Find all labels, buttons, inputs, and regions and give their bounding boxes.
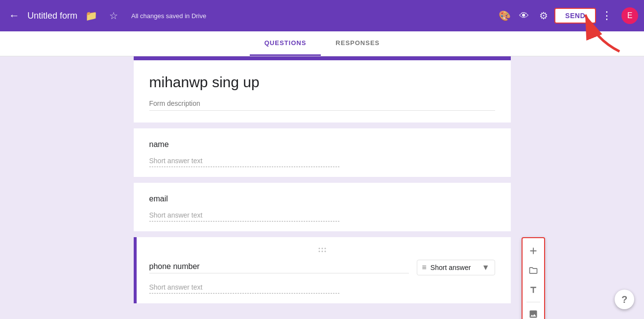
star-icon[interactable]: ☆ xyxy=(105,7,122,25)
add-image-button[interactable] xyxy=(523,305,544,319)
header: ← Untitled form 📁 ☆ All changes saved in… xyxy=(0,0,644,31)
more-options-icon[interactable]: ⋮ xyxy=(598,7,616,25)
tabs: QUESTIONS RESPONSES xyxy=(0,31,644,56)
active-question-wrapper: ≡ Short answer ▼ Short answer text xyxy=(134,237,511,303)
add-title-button[interactable] xyxy=(523,281,544,299)
type-select-icon: ≡ xyxy=(422,263,427,272)
tab-questions[interactable]: QUESTIONS xyxy=(250,31,321,56)
app-title: Untitled form xyxy=(27,11,77,21)
svg-point-3 xyxy=(324,248,326,249)
question-row: ≡ Short answer ▼ xyxy=(149,260,495,275)
back-button[interactable]: ← xyxy=(6,6,23,25)
tab-responses[interactable]: RESPONSES xyxy=(321,31,394,56)
type-dropdown[interactable]: ≡ Short answer ▼ xyxy=(417,260,495,275)
question-card-phone: ≡ Short answer ▼ Short answer text xyxy=(134,237,511,303)
answer-placeholder-email: Short answer text xyxy=(149,211,339,221)
help-button[interactable]: ? xyxy=(615,290,634,309)
drag-handle-icon xyxy=(149,247,495,254)
svg-point-4 xyxy=(318,251,320,252)
preview-icon[interactable]: 👁 xyxy=(515,7,533,25)
form-wrapper: name Short answer text email Short answe… xyxy=(134,56,511,303)
answer-placeholder-phone: Short answer text xyxy=(149,283,339,294)
form-title-input[interactable] xyxy=(149,74,495,94)
question-card-name: name Short answer text xyxy=(134,128,511,177)
answer-row: Short answer text xyxy=(149,283,495,294)
avatar[interactable]: E xyxy=(621,7,638,24)
palette-icon[interactable]: 🎨 xyxy=(496,7,513,25)
form-description-input[interactable] xyxy=(149,99,495,111)
add-question-button[interactable] xyxy=(523,242,544,260)
question-card-email: email Short answer text xyxy=(134,183,511,231)
form-title-card xyxy=(134,56,511,123)
import-question-button[interactable] xyxy=(523,262,544,279)
question-label-email: email xyxy=(149,195,495,203)
header-left: ← Untitled form 📁 ☆ All changes saved in… xyxy=(6,6,496,25)
header-right: 🎨 👁 ⚙ SEND ⋮ E xyxy=(496,7,638,25)
svg-point-6 xyxy=(324,251,326,252)
question-input-phone[interactable] xyxy=(149,262,409,273)
saved-text: All changes saved in Drive xyxy=(131,12,206,20)
type-select-label: Short answer xyxy=(430,264,478,271)
settings-icon[interactable]: ⚙ xyxy=(535,7,552,25)
send-button[interactable]: SEND xyxy=(554,8,596,24)
svg-point-1 xyxy=(318,248,320,249)
svg-point-5 xyxy=(321,251,323,252)
folder-icon[interactable]: 📁 xyxy=(82,7,100,25)
toolbar-divider-1 xyxy=(526,302,540,302)
question-label-name: name xyxy=(149,140,495,149)
chevron-down-icon: ▼ xyxy=(482,263,490,272)
svg-point-2 xyxy=(321,248,323,249)
answer-placeholder-name: Short answer text xyxy=(149,157,339,167)
content-wrapper: name Short answer text email Short answe… xyxy=(0,56,644,303)
floating-toolbar xyxy=(522,237,545,319)
